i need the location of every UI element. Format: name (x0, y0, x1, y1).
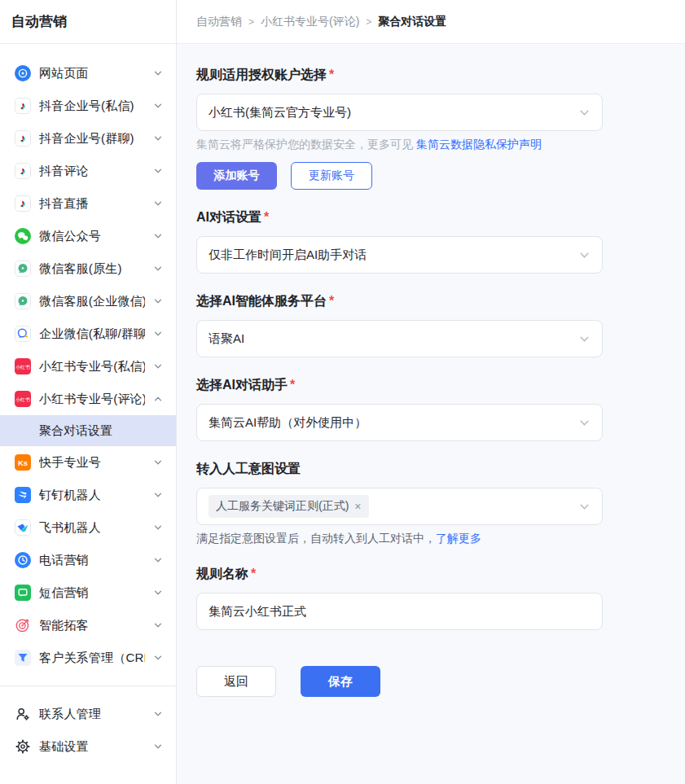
chevron-down-icon (153, 264, 163, 274)
chevron-down-icon (578, 249, 591, 261)
app-title: 自动营销 (0, 0, 176, 44)
chevron-down-icon (153, 329, 163, 339)
chevron-down-icon (153, 199, 163, 208)
chevron-up-icon (153, 394, 163, 404)
sidebar-item-label: 小红书专业号(私信) (39, 359, 145, 374)
privacy-helper: 集简云将严格保护您的数据安全，更多可见 集简云数据隐私保护声明 (196, 138, 603, 152)
required-mark: * (251, 567, 256, 580)
sidebar-item-xiaohongshu-comments[interactable]: 小红书小红书专业号(评论) (0, 383, 176, 415)
add-account-button[interactable]: 添加账号 (196, 162, 277, 190)
account-select[interactable]: 小红书(集简云官方专业号) (196, 94, 603, 131)
wechat-kf-icon (15, 261, 31, 277)
chevron-down-icon (153, 653, 163, 663)
wechat-kf-icon (15, 293, 31, 309)
field-label-text: 选择AI智能体服务平台 (196, 294, 327, 308)
sidebar-item-wechat-kf-native[interactable]: 微信客服(原生) (0, 252, 176, 285)
sidebar-item-label: 钉钉机器人 (39, 488, 145, 503)
svg-text:♪: ♪ (20, 164, 26, 177)
sidebar-item-douyin-live[interactable]: ♪♪♪抖音直播 (0, 187, 176, 220)
field-ai-platform: 选择AI智能体服务平台* 语聚AI (196, 293, 603, 357)
sidebar-divider (0, 685, 176, 686)
sidebar-subitem-aggregate-dialog-settings[interactable]: 聚合对话设置 (0, 415, 176, 446)
target-icon (15, 617, 31, 633)
field-human-intent: 转入人工意图设置 人工服务关键词正则(正式) × 满足指定意图设置后，自动转入到… (196, 461, 603, 546)
sidebar-nav: 网站页面♪♪♪抖音企业号(私信)♪♪♪抖音企业号(群聊)♪♪♪抖音评论♪♪♪抖音… (0, 44, 176, 763)
required-mark: * (329, 294, 334, 308)
xiaohongshu-icon: 小红书 (15, 358, 31, 374)
douyin-icon: ♪♪♪ (15, 98, 31, 114)
field-ai-dialog: AI对话设置* 仅非工作时间开启AI助手对话 (196, 209, 603, 274)
sidebar-item-website-pages[interactable]: 网站页面 (0, 57, 176, 90)
svg-text:小红书: 小红书 (15, 396, 30, 402)
field-label-text: 规则名称 (196, 567, 248, 580)
sidebar-item-wecom-private-group[interactable]: 企业微信(私聊/群聊) (0, 318, 176, 350)
sms-icon (15, 585, 31, 601)
sidebar-item-smart-acquisition[interactable]: 智能拓客 (0, 609, 176, 642)
ai-assistant-select[interactable]: 集简云AI帮助（对外使用中） (196, 404, 603, 441)
chevron-down-icon (153, 523, 163, 532)
main-area: 自动营销 > 小红书专业号(评论) > 聚合对话设置 规则适用授权账户选择* 小… (177, 0, 685, 784)
chevron-down-icon (578, 107, 591, 119)
account-select-value: 小红书(集简云官方专业号) (209, 105, 351, 120)
chevron-down-icon (153, 101, 163, 111)
chevron-down-icon (153, 490, 163, 500)
update-account-button[interactable]: 更新账号 (291, 162, 372, 190)
breadcrumb-item[interactable]: 自动营销 (196, 15, 242, 29)
wecom-icon (15, 326, 31, 342)
svg-text:♪: ♪ (20, 197, 26, 209)
svg-text:♪: ♪ (20, 99, 26, 112)
chevron-down-icon (153, 134, 163, 143)
sidebar-item-basic-settings[interactable]: 基础设置 (0, 730, 176, 763)
sidebar-item-contacts-management[interactable]: 联系人管理 (0, 698, 176, 730)
ai-platform-select[interactable]: 语聚AI (196, 320, 603, 357)
learn-more-link[interactable]: 了解更多 (436, 532, 481, 545)
breadcrumb-separator: > (248, 16, 254, 28)
sidebar-item-feishu-bot[interactable]: 飞书机器人 (0, 511, 176, 544)
sidebar-item-label: 电话营销 (39, 553, 145, 568)
privacy-policy-link[interactable]: 集简云数据隐私保护声明 (416, 138, 542, 151)
field-label: 规则名称* (196, 566, 603, 583)
sidebar-item-wechat-kf-wecom[interactable]: 微信客服(企业微信) (0, 285, 176, 318)
chevron-down-icon (153, 742, 163, 751)
remove-tag-icon[interactable]: × (354, 501, 361, 512)
chevron-down-icon (153, 555, 163, 565)
phone-icon (15, 552, 31, 568)
sidebar-item-wechat-official-account[interactable]: 微信公众号 (0, 220, 176, 252)
rule-name-input[interactable] (196, 593, 603, 630)
wechat-icon (15, 228, 31, 244)
breadcrumb-separator: > (366, 16, 371, 28)
sidebar-item-dingtalk-bot[interactable]: 钉钉机器人 (0, 479, 176, 511)
sidebar-item-label: 微信公众号 (39, 229, 145, 244)
chevron-down-icon (153, 166, 163, 176)
sidebar-item-label: 微信客服(原生) (39, 261, 145, 277)
field-label-text: 选择AI对话助手 (196, 378, 288, 392)
sidebar-item-sms-marketing[interactable]: 短信营销 (0, 576, 176, 609)
sidebar-item-label: 抖音直播 (39, 196, 145, 212)
sidebar-item-crm[interactable]: 客户关系管理（CRM） (0, 642, 176, 674)
human-intent-multiselect[interactable]: 人工服务关键词正则(正式) × (196, 488, 603, 525)
back-button[interactable]: 返回 (196, 666, 276, 697)
sidebar-item-label: 抖音企业号(群聊) (39, 131, 145, 147)
sidebar-item-douyin-enterprise-dm[interactable]: ♪♪♪抖音企业号(私信) (0, 90, 176, 122)
breadcrumb-current: 聚合对话设置 (378, 15, 446, 29)
douyin-icon: ♪♪♪ (15, 195, 31, 212)
ai-dialog-mode-select[interactable]: 仅非工作时间开启AI助手对话 (196, 236, 603, 274)
field-label-text: 规则适用授权账户选择 (196, 68, 327, 81)
field-label-text: 转入人工意图设置 (196, 462, 301, 475)
breadcrumb-item[interactable]: 小红书专业号(评论) (261, 15, 359, 29)
intent-tag-label: 人工服务关键词正则(正式) (216, 499, 349, 514)
sidebar-item-xiaohongshu-dm[interactable]: 小红书小红书专业号(私信) (0, 350, 176, 383)
sidebar-item-douyin-comments[interactable]: ♪♪♪抖音评论 (0, 155, 176, 187)
sidebar-item-douyin-enterprise-group[interactable]: ♪♪♪抖音企业号(群聊) (0, 122, 176, 155)
selected-intent-tag: 人工服务关键词正则(正式) × (209, 495, 369, 518)
sidebar-item-label: 企业微信(私聊/群聊) (39, 326, 145, 342)
dingtalk-icon (15, 487, 31, 503)
ai-assistant-value: 集简云AI帮助（对外使用中） (209, 415, 367, 431)
sidebar-item-label: 基础设置 (39, 739, 145, 755)
sidebar-item-phone-marketing[interactable]: 电话营销 (0, 544, 176, 576)
sidebar-item-label: 联系人管理 (39, 707, 145, 722)
field-label: 选择AI智能体服务平台* (196, 293, 603, 310)
ai-platform-value: 语聚AI (209, 331, 244, 347)
sidebar-item-kuaishou[interactable]: Ks快手专业号 (0, 446, 176, 479)
save-button[interactable]: 保存 (301, 666, 380, 697)
